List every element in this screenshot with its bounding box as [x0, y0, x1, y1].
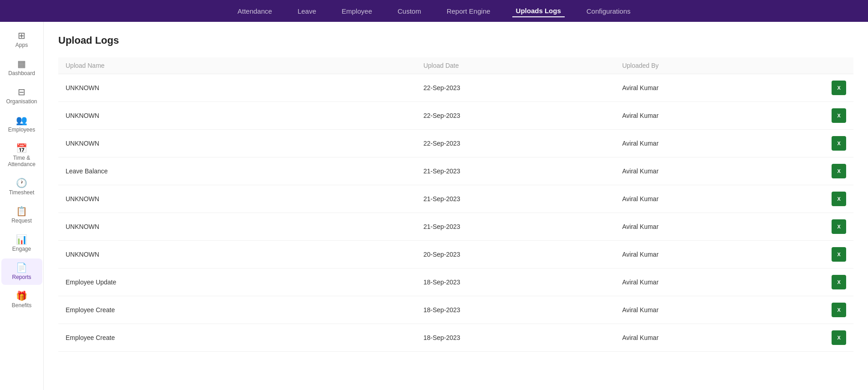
- upload-date: 22-Sep-2023: [416, 130, 615, 157]
- sidebar-item-engage[interactable]: 📊Engage: [1, 230, 42, 257]
- main-content: Upload Logs Upload Name Upload Date Uplo…: [44, 22, 868, 390]
- table-row: Employee Create18-Sep-2023Aviral KumarX: [58, 324, 853, 352]
- request-icon: 📋: [16, 207, 27, 216]
- upload-name: Employee Update: [58, 268, 416, 296]
- apps-icon: ⊞: [18, 31, 26, 40]
- sidebar-item-label-dashboard: Dashboard: [8, 70, 35, 76]
- upload-name: UNKNOWN: [58, 74, 416, 102]
- sidebar-item-label-employees: Employees: [8, 127, 35, 133]
- sidebar-item-label-apps: Apps: [15, 42, 28, 48]
- sidebar-item-organisation[interactable]: ⊟Organisation: [1, 83, 42, 109]
- sidebar-item-reports[interactable]: 📄Reports: [1, 258, 42, 285]
- upload-date: 22-Sep-2023: [416, 74, 615, 102]
- upload-name: Employee Create: [58, 324, 416, 352]
- table-row: UNKNOWN21-Sep-2023Aviral KumarX: [58, 213, 853, 241]
- download-excel-cell[interactable]: X: [814, 213, 853, 241]
- table-row: UNKNOWN22-Sep-2023Aviral KumarX: [58, 130, 853, 157]
- nav-item-leave[interactable]: Leave: [294, 5, 320, 17]
- sidebar-item-dashboard[interactable]: ▦Dashboard: [1, 55, 42, 81]
- uploaded-by: Aviral Kumar: [615, 324, 814, 352]
- excel-download-icon[interactable]: X: [832, 275, 846, 289]
- download-excel-cell[interactable]: X: [814, 157, 853, 185]
- table-row: UNKNOWN22-Sep-2023Aviral KumarX: [58, 102, 853, 130]
- nav-item-attendance[interactable]: Attendance: [234, 5, 276, 17]
- upload-name: Employee Create: [58, 296, 416, 324]
- table-row: Employee Create18-Sep-2023Aviral KumarX: [58, 296, 853, 324]
- upload-name: UNKNOWN: [58, 213, 416, 241]
- col-header-action: [814, 57, 853, 74]
- upload-name: Leave Balance: [58, 157, 416, 185]
- sidebar: ⊞Apps▦Dashboard⊟Organisation👥Employees📅T…: [0, 22, 44, 390]
- download-excel-cell[interactable]: X: [814, 185, 853, 213]
- excel-download-icon[interactable]: X: [832, 81, 846, 95]
- table-row: Leave Balance21-Sep-2023Aviral KumarX: [58, 157, 853, 185]
- nav-item-uploads-logs[interactable]: Uploads Logs: [512, 5, 565, 17]
- employees-icon: 👥: [16, 116, 27, 125]
- upload-date: 21-Sep-2023: [416, 213, 615, 241]
- upload-date: 22-Sep-2023: [416, 102, 615, 130]
- download-excel-cell[interactable]: X: [814, 130, 853, 157]
- organisation-icon: ⊟: [18, 87, 26, 96]
- table-row: UNKNOWN22-Sep-2023Aviral KumarX: [58, 74, 853, 102]
- sidebar-item-label-reports: Reports: [12, 274, 31, 280]
- excel-download-icon[interactable]: X: [832, 108, 846, 123]
- download-excel-cell[interactable]: X: [814, 324, 853, 352]
- uploaded-by: Aviral Kumar: [615, 102, 814, 130]
- sidebar-item-apps[interactable]: ⊞Apps: [1, 26, 42, 53]
- sidebar-item-label-request: Request: [11, 218, 32, 224]
- uploaded-by: Aviral Kumar: [615, 213, 814, 241]
- excel-download-icon[interactable]: X: [832, 219, 846, 234]
- upload-date: 21-Sep-2023: [416, 157, 615, 185]
- sidebar-item-label-engage: Engage: [12, 246, 31, 252]
- download-excel-cell[interactable]: X: [814, 74, 853, 102]
- table-row: Employee Update18-Sep-2023Aviral KumarX: [58, 268, 853, 296]
- upload-logs-table: Upload Name Upload Date Uploaded By UNKN…: [58, 57, 853, 352]
- sidebar-item-label-benefits: Benefits: [12, 302, 31, 309]
- upload-date: 18-Sep-2023: [416, 324, 615, 352]
- download-excel-cell[interactable]: X: [814, 268, 853, 296]
- excel-download-icon[interactable]: X: [832, 136, 846, 151]
- download-excel-cell[interactable]: X: [814, 296, 853, 324]
- benefits-icon: 🎁: [16, 291, 27, 300]
- upload-name: UNKNOWN: [58, 130, 416, 157]
- table-row: UNKNOWN21-Sep-2023Aviral KumarX: [58, 185, 853, 213]
- sidebar-item-label-time-attendance: Time & Attendance: [4, 155, 40, 167]
- reports-icon: 📄: [16, 263, 27, 272]
- col-header-name: Upload Name: [58, 57, 416, 74]
- sidebar-item-timesheet[interactable]: 🕐Timesheet: [1, 174, 42, 200]
- upload-name: UNKNOWN: [58, 185, 416, 213]
- engage-icon: 📊: [16, 235, 27, 244]
- excel-download-icon[interactable]: X: [832, 164, 846, 178]
- excel-download-icon[interactable]: X: [832, 247, 846, 262]
- dashboard-icon: ▦: [17, 59, 26, 68]
- page-title: Upload Logs: [58, 35, 853, 46]
- col-header-date: Upload Date: [416, 57, 615, 74]
- nav-item-employee[interactable]: Employee: [338, 5, 376, 17]
- time-attendance-icon: 📅: [16, 144, 27, 153]
- upload-date: 18-Sep-2023: [416, 268, 615, 296]
- sidebar-item-request[interactable]: 📋Request: [1, 202, 42, 228]
- excel-download-icon[interactable]: X: [832, 330, 846, 345]
- nav-item-report-engine[interactable]: Report Engine: [443, 5, 494, 17]
- uploaded-by: Aviral Kumar: [615, 157, 814, 185]
- upload-date: 21-Sep-2023: [416, 185, 615, 213]
- excel-download-icon[interactable]: X: [832, 192, 846, 206]
- uploaded-by: Aviral Kumar: [615, 185, 814, 213]
- uploaded-by: Aviral Kumar: [615, 74, 814, 102]
- table-row: UNKNOWN20-Sep-2023Aviral KumarX: [58, 241, 853, 268]
- uploaded-by: Aviral Kumar: [615, 268, 814, 296]
- nav-item-configurations[interactable]: Configurations: [583, 5, 634, 17]
- upload-date: 20-Sep-2023: [416, 241, 615, 268]
- timesheet-icon: 🕐: [16, 178, 27, 187]
- sidebar-item-time-attendance[interactable]: 📅Time & Attendance: [1, 139, 42, 172]
- excel-download-icon[interactable]: X: [832, 303, 846, 317]
- sidebar-item-label-organisation: Organisation: [6, 98, 37, 105]
- nav-item-custom[interactable]: Custom: [394, 5, 425, 17]
- sidebar-item-label-timesheet: Timesheet: [9, 189, 35, 196]
- uploaded-by: Aviral Kumar: [615, 130, 814, 157]
- download-excel-cell[interactable]: X: [814, 102, 853, 130]
- download-excel-cell[interactable]: X: [814, 241, 853, 268]
- sidebar-item-employees[interactable]: 👥Employees: [1, 111, 42, 137]
- upload-name: UNKNOWN: [58, 102, 416, 130]
- sidebar-item-benefits[interactable]: 🎁Benefits: [1, 287, 42, 313]
